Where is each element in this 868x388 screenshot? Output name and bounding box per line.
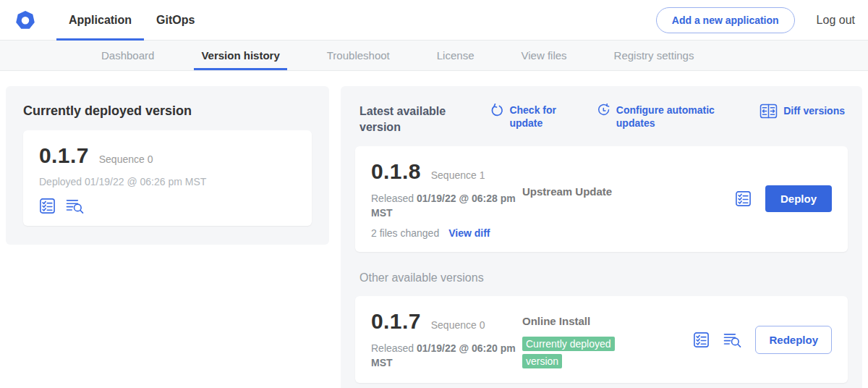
other-card-actions: Redeploy: [693, 326, 832, 354]
diff-versions-action[interactable]: Diff versions: [760, 104, 845, 119]
nav-tab-gitops[interactable]: GitOps: [144, 0, 207, 41]
currently-deployed-title: Currently deployed version: [23, 104, 312, 119]
preflight-checklist-icon[interactable]: [39, 198, 56, 214]
tab-license-label: License: [437, 49, 475, 62]
deployed-card-actions: [39, 198, 296, 214]
latest-release-source: Upstream Update: [522, 185, 647, 198]
top-nav-right: Add a new application Log out: [656, 7, 855, 33]
other-sequence-label: Sequence 0: [431, 319, 485, 331]
configure-updates-action[interactable]: Configure automatic updates: [597, 104, 725, 130]
released-prefix: Released: [371, 193, 414, 204]
latest-released-date: Released 01/19/22 @ 06:28 pm MST: [371, 191, 519, 221]
released-prefix: Released: [371, 342, 414, 354]
latest-version-number: 0.1.8: [371, 159, 421, 184]
main-content: Currently deployed version 0.1.7 Sequenc…: [0, 71, 868, 388]
other-versions-title: Other available versions: [355, 271, 848, 284]
latest-version-info: 0.1.8 Sequence 1 Released 01/19/22 @ 06:…: [371, 159, 519, 239]
check-for-update-label: Check for update: [509, 104, 561, 130]
diff-versions-label: Diff versions: [783, 104, 845, 117]
clock-refresh-icon: [597, 104, 610, 117]
latest-version-row: 0.1.8 Sequence 1: [371, 159, 519, 184]
refresh-icon: [490, 104, 503, 117]
tab-license[interactable]: License: [430, 41, 482, 70]
deployed-version-number: 0.1.7: [39, 143, 89, 168]
deployed-version-row: 0.1.7 Sequence 0: [39, 143, 296, 168]
view-logs-icon[interactable]: [66, 198, 84, 214]
other-version-number: 0.1.7: [371, 309, 421, 334]
nav-tab-application[interactable]: Application: [56, 0, 144, 41]
logout-button[interactable]: Log out: [817, 14, 855, 27]
tab-view-files-label: View files: [521, 49, 566, 62]
other-release-source: Online Install: [522, 315, 647, 327]
deployed-date: Deployed 01/19/22 @ 06:26 pm MST: [39, 176, 296, 187]
tab-troubleshoot[interactable]: Troubleshoot: [320, 41, 397, 70]
latest-version-card: 0.1.8 Sequence 1 Released 01/19/22 @ 06:…: [355, 146, 848, 252]
available-versions-panel: Latest available version Check for updat…: [341, 86, 862, 388]
app-sub-nav: Dashboard Version history Troubleshoot L…: [0, 41, 868, 71]
deployed-version-card: 0.1.7 Sequence 0 Deployed 01/19/22 @ 06:…: [23, 130, 312, 226]
redeploy-button[interactable]: Redeploy: [755, 326, 832, 354]
tab-troubleshoot-label: Troubleshoot: [327, 49, 390, 62]
nav-tab-application-label: Application: [69, 14, 132, 27]
latest-sequence-label: Sequence 1: [431, 169, 485, 181]
deploy-button[interactable]: Deploy: [765, 185, 832, 212]
preflight-checklist-icon[interactable]: [693, 332, 710, 348]
tab-version-history-label: Version history: [201, 49, 279, 62]
tab-version-history[interactable]: Version history: [194, 41, 286, 70]
badge-wrap: Currently deployed version: [522, 335, 631, 370]
tab-dashboard-label: Dashboard: [101, 49, 154, 62]
other-version-row: 0.1.7 Sequence 0: [371, 309, 519, 334]
view-logs-icon[interactable]: [723, 332, 741, 348]
deployed-sequence-label: Sequence 0: [99, 153, 153, 165]
diff-columns-icon: [760, 104, 778, 119]
latest-card-actions: Deploy: [735, 185, 832, 212]
top-nav: Application GitOps Add a new application…: [0, 0, 868, 41]
available-header: Latest available version Check for updat…: [355, 101, 848, 135]
currently-deployed-panel: Currently deployed version 0.1.7 Sequenc…: [6, 86, 329, 245]
files-changed-label: 2 files changed: [371, 227, 439, 239]
nav-tab-gitops-label: GitOps: [156, 14, 195, 27]
configure-updates-label: Configure automatic updates: [616, 104, 725, 130]
tab-view-files[interactable]: View files: [514, 41, 574, 70]
currently-deployed-badge: Currently deployed version: [522, 337, 615, 368]
primary-tabs: Application GitOps: [56, 0, 207, 41]
files-changed-row: 2 files changed View diff: [371, 227, 519, 239]
latest-source-column: Upstream Update: [522, 159, 647, 239]
other-released-date: Released 01/19/22 @ 06:20 pm MST: [371, 341, 519, 371]
add-application-button[interactable]: Add a new application: [656, 7, 795, 33]
other-version-card: 0.1.7 Sequence 0 Released 01/19/22 @ 06:…: [355, 296, 848, 384]
preflight-checklist-icon[interactable]: [735, 190, 752, 207]
other-version-info: 0.1.7 Sequence 0 Released 01/19/22 @ 06:…: [371, 309, 519, 371]
tab-registry-settings[interactable]: Registry settings: [607, 41, 702, 70]
view-diff-link[interactable]: View diff: [448, 227, 490, 239]
tab-registry-settings-label: Registry settings: [614, 49, 694, 62]
other-source-column: Online Install Currently deployed versio…: [522, 309, 647, 371]
check-for-update-action[interactable]: Check for update: [490, 104, 561, 130]
tab-dashboard[interactable]: Dashboard: [94, 41, 161, 70]
latest-available-title: Latest available version: [359, 104, 455, 135]
kots-logo-icon[interactable]: [14, 9, 36, 31]
